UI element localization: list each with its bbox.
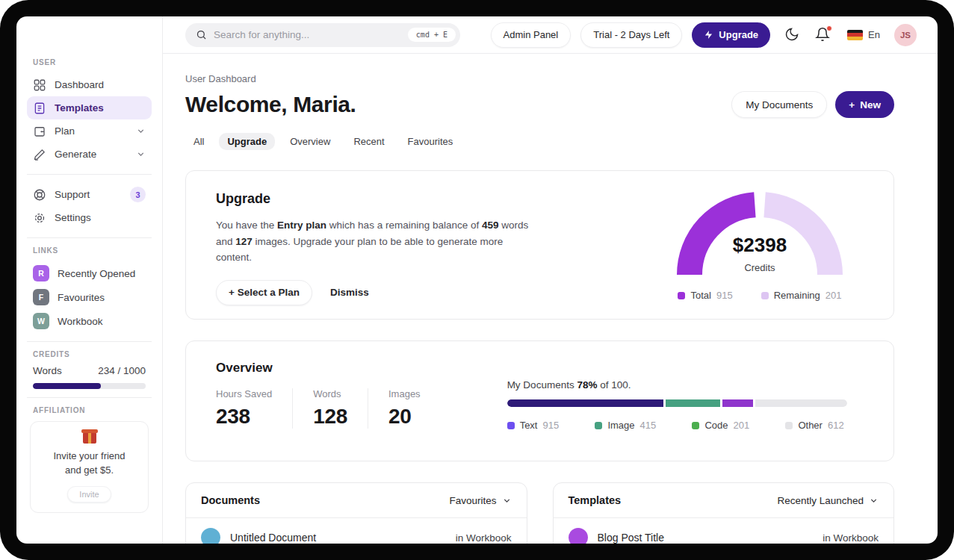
moon-icon (784, 27, 801, 42)
sidebar-link-label: Favourites (58, 292, 105, 303)
remaining-words: 459 (482, 220, 499, 231)
legend-value: 612 (828, 420, 844, 431)
admin-panel-button[interactable]: Admin Panel (491, 22, 572, 48)
filter-tabs: All Upgrade Overview Recent Favourites (185, 133, 894, 150)
document-name: Untitled Document (230, 532, 316, 544)
sidebar-item-templates[interactable]: Templates (27, 96, 152, 119)
sidebar-section-credits: Credits (27, 350, 152, 358)
tab-recent[interactable]: Recent (345, 133, 392, 150)
progress-caption: My Documents 78% of 100. (507, 379, 847, 391)
overview-card-title: Overview (216, 361, 461, 376)
user-avatar[interactable]: JS (894, 24, 917, 46)
legend-item-code: Code 201 (692, 420, 749, 431)
tab-favourites[interactable]: Favourites (400, 133, 462, 150)
templates-card-title: Templates (569, 494, 622, 506)
sidebar-section-links: Links (27, 246, 152, 255)
upgrade-button-label: Upgrade (719, 29, 758, 40)
legend-item-total: Total 915 (678, 290, 732, 301)
pencil-icon (33, 148, 46, 161)
legend-swatch (785, 422, 793, 429)
sidebar-item-plan[interactable]: Plan (27, 119, 152, 143)
upgrade-button[interactable]: Upgrade (692, 22, 770, 48)
legend-item-remaining: Remaining 201 (761, 290, 842, 301)
legend-label: Remaining (774, 290, 820, 301)
my-documents-button[interactable]: My Documents (731, 91, 827, 118)
support-count-badge: 3 (130, 187, 146, 202)
dismiss-button[interactable]: Dismiss (330, 287, 369, 298)
tab-upgrade[interactable]: Upgrade (219, 133, 275, 150)
templates-filter-label: Recently Launched (777, 495, 864, 506)
notifications-button[interactable] (815, 27, 831, 43)
new-button-label: New (860, 99, 881, 111)
new-button[interactable]: + New (835, 91, 894, 118)
upgrade-card-title: Upgrade (216, 191, 537, 207)
templates-document-icon (33, 102, 46, 115)
sidebar-section-affiliation: Affiliation (27, 406, 152, 414)
sidebar-item-label: Support (55, 189, 90, 200)
legend-value: 915 (542, 420, 559, 431)
sidebar-item-settings[interactable]: Settings (27, 206, 152, 229)
stat-value: 238 (216, 405, 272, 429)
affiliation-text-line1: Invite your friend (37, 449, 142, 464)
templates-filter-dropdown[interactable]: Recently Launched (777, 495, 879, 506)
upgrade-card: Upgrade You have the Entry plan which ha… (185, 170, 894, 320)
progress-percent: 78% (577, 379, 597, 391)
stat-label: Words (313, 388, 347, 399)
credits-words-value: 234 / 1000 (98, 365, 146, 376)
segment-text (507, 399, 663, 407)
stat-label: Hours Saved (216, 388, 272, 399)
stacked-progress-bar (507, 399, 847, 407)
stat-label: Images (388, 388, 421, 399)
select-plan-button[interactable]: + Select a Plan (216, 280, 312, 305)
lifebuoy-icon (33, 188, 46, 202)
topbar: Search for anything... cmd + E Admin Pan… (163, 16, 938, 54)
gear-icon (33, 211, 46, 225)
sidebar-link-label: Recently Opened (58, 268, 135, 279)
sidebar-item-label: Plan (55, 125, 75, 137)
sidebar-item-generate[interactable]: Generate (27, 143, 152, 166)
breadcrumb: User Dashboard (185, 73, 894, 84)
legend-swatch (692, 422, 699, 429)
documents-filter-dropdown[interactable]: Favourites (449, 495, 511, 506)
template-avatar (569, 528, 588, 544)
invite-button[interactable]: Invite (67, 486, 111, 503)
sidebar-link-recently-opened[interactable]: R Recently Opened (27, 261, 152, 285)
sidebar-link-workbook[interactable]: W Workbook (27, 309, 152, 333)
legend-swatch (507, 422, 515, 429)
template-list-item[interactable]: Blog Post Title in Workbook (554, 518, 894, 544)
templates-card: Templates Recently Launched Blog Post Ti… (553, 482, 895, 544)
main-area: Search for anything... cmd + E Admin Pan… (163, 16, 938, 544)
german-flag-icon (847, 30, 863, 40)
gift-icon (83, 432, 96, 444)
language-selector[interactable]: En (847, 29, 880, 40)
sidebar-item-label: Templates (55, 102, 104, 113)
legend-label: Image (607, 420, 634, 431)
legend-item-other: Other 612 (785, 420, 843, 431)
link-initial-badge: F (33, 289, 49, 305)
progress-legend: Text 915 Image 415 Code 201 (507, 420, 847, 431)
documents-filter-label: Favourites (449, 495, 496, 506)
legend-swatch (678, 292, 685, 299)
page-content: User Dashboard Welcome, Maria. My Docume… (163, 54, 938, 544)
document-list-item[interactable]: Untitled Document in Workbook (186, 518, 527, 544)
sidebar-item-dashboard[interactable]: Dashboard (27, 73, 152, 96)
legend-item-text: Text 915 (507, 420, 560, 431)
search-input[interactable]: Search for anything... cmd + E (185, 23, 460, 47)
legend-swatch (761, 292, 769, 299)
sidebar-item-support[interactable]: Support 3 (27, 183, 152, 206)
sidebar-divider (27, 237, 152, 238)
credits-progress-track (33, 383, 146, 389)
trial-days-left-button[interactable]: Trial - 2 Days Left (580, 22, 682, 48)
search-placeholder: Search for anything... (214, 29, 401, 40)
tab-all[interactable]: All (185, 133, 212, 150)
upgrade-card-body: You have the Entry plan which has a rema… (216, 217, 537, 266)
lightning-bolt-icon (704, 30, 713, 40)
wallet-icon (33, 125, 46, 138)
stat-value: 20 (388, 405, 421, 429)
sidebar-link-label: Workbook (58, 316, 103, 327)
affiliation-text-line2: and get $5. (37, 464, 142, 478)
language-label: En (868, 29, 880, 40)
tab-overview[interactable]: Overview (282, 133, 338, 150)
sidebar-link-favourites[interactable]: F Favourites (27, 285, 152, 309)
dark-mode-toggle[interactable] (784, 27, 801, 43)
